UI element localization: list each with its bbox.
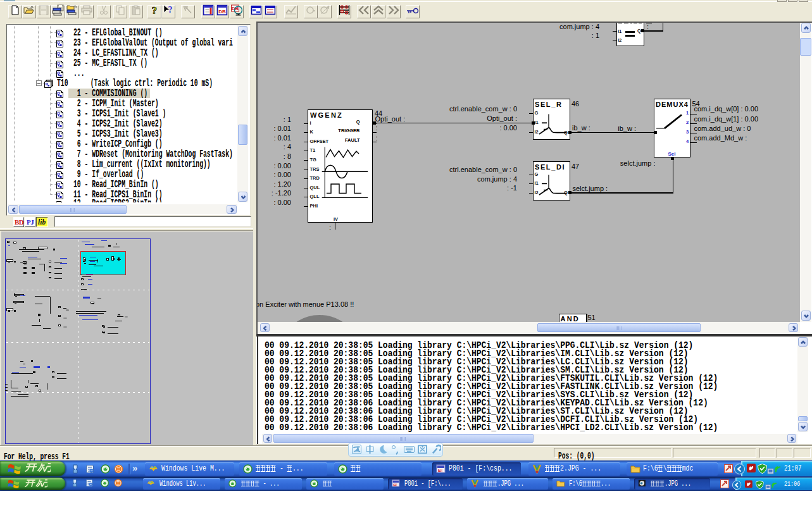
svg-text:DB: DB: [218, 9, 226, 15]
svg-text:?: ?: [152, 4, 158, 16]
svg-text:P80: P80: [439, 469, 444, 472]
svg-text:P80: P80: [394, 484, 398, 486]
